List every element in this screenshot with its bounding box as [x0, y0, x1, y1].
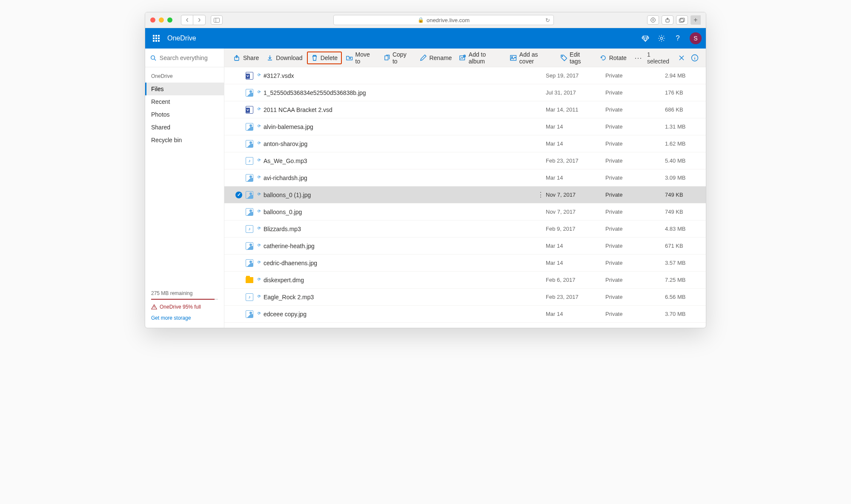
file-type-icon: [244, 157, 255, 165]
file-row[interactable]: ⟳alvin-balemesa.jpg⋮Mar 14Private1.31 MB: [224, 118, 706, 135]
file-row[interactable]: ⟳Eagle_Rock 2.mp3⋮Feb 23, 2017Private6.5…: [224, 289, 706, 306]
file-row[interactable]: ⟳balloons_0 (1).jpg⋮Nov 7, 2017Private74…: [224, 186, 706, 203]
address-bar[interactable]: 🔒 onedrive.live.com ↻: [333, 15, 554, 25]
clear-selection-button[interactable]: [677, 53, 687, 63]
sidebar-item-photos[interactable]: Photos: [145, 108, 224, 121]
sidebar-item-recent[interactable]: Recent: [145, 95, 224, 108]
file-size: 686 KB: [665, 106, 699, 113]
minimize-window-button[interactable]: [159, 17, 164, 23]
file-name: 1_52550d536834e52550d536838b.jpg: [263, 89, 546, 96]
downloads-button[interactable]: [647, 15, 659, 25]
sync-icon: ⟳: [258, 209, 263, 214]
file-sharing: Private: [605, 192, 665, 198]
file-date: Mar 14: [546, 243, 605, 249]
file-sharing: Private: [605, 226, 665, 232]
sidebar-item-files[interactable]: Files: [145, 83, 224, 95]
file-date: Feb 23, 2017: [546, 294, 605, 300]
file-date: Mar 14: [546, 175, 605, 181]
file-row[interactable]: ⟳catherine-heath.jpg⋮Mar 14Private671 KB: [224, 238, 706, 255]
file-sharing: Private: [605, 72, 665, 79]
search-box[interactable]: [145, 49, 224, 67]
delete-button[interactable]: Delete: [307, 52, 342, 64]
sync-icon: ⟳: [258, 295, 263, 299]
close-window-button[interactable]: [150, 17, 155, 23]
file-row[interactable]: ⟳diskexpert.dmg⋮Feb 6, 2017Private7.25 M…: [224, 272, 706, 289]
file-row[interactable]: ⟳avi-richardsh.jpg⋮Mar 14Private3.09 MB: [224, 169, 706, 186]
file-sharing: Private: [605, 123, 665, 130]
download-button[interactable]: Download: [263, 52, 306, 64]
file-row[interactable]: ⟳1_52550d536834e52550d536838b.jpg⋮Jul 31…: [224, 84, 706, 101]
file-type-icon: [244, 293, 255, 301]
left-nav: OneDrive FilesRecentPhotosSharedRecycle …: [145, 49, 224, 328]
zoom-window-button[interactable]: [167, 17, 172, 23]
file-row[interactable]: ⟳2011 NCAA Bracket 2.vsd⋮Mar 14, 2011Pri…: [224, 101, 706, 118]
file-type-icon: [244, 89, 255, 97]
file-size: 4.83 MB: [665, 226, 699, 232]
file-date: Mar 14: [546, 260, 605, 266]
file-size: 5.40 MB: [665, 158, 699, 164]
file-date: Nov 7, 2017: [546, 192, 605, 198]
storage-meter: [151, 299, 218, 300]
settings-button[interactable]: [657, 34, 666, 43]
file-date: Mar 14: [546, 311, 605, 317]
tabs-button[interactable]: [676, 15, 688, 25]
svg-line-8: [155, 59, 156, 60]
diamond-icon: [642, 34, 649, 42]
account-avatar[interactable]: S: [690, 32, 702, 44]
file-row[interactable]: ⟳balloons_0.jpg⋮Nov 7, 2017Private749 KB: [224, 203, 706, 220]
addascover-button[interactable]: Add as cover: [507, 52, 556, 64]
file-name: cedric-dhaenens.jpg: [263, 260, 546, 266]
download-icon: [266, 54, 273, 61]
edittags-button[interactable]: Edit tags: [557, 52, 596, 64]
file-row[interactable]: ⟳edceee copy.jpg⋮Mar 14Private3.70 MB: [224, 306, 706, 323]
file-size: 671 KB: [665, 243, 699, 249]
file-date: Nov 7, 2017: [546, 209, 605, 215]
browser-titlebar: 🔒 onedrive.live.com ↻ +: [145, 12, 706, 28]
rotate-button[interactable]: Rotate: [596, 52, 630, 64]
sync-icon: ⟳: [258, 278, 263, 282]
svg-rect-5: [680, 18, 685, 21]
addtoalbum-button[interactable]: Add to album: [456, 52, 506, 64]
file-type-icon: [244, 174, 255, 182]
sync-icon: ⟳: [258, 158, 263, 163]
svg-rect-0: [214, 18, 220, 22]
suite-bar: OneDrive ? S: [145, 28, 706, 49]
get-more-storage-link[interactable]: Get more storage: [151, 315, 218, 321]
rename-button[interactable]: Rename: [416, 52, 455, 64]
help-button[interactable]: ?: [673, 34, 682, 43]
url-host: onedrive.live.com: [427, 17, 470, 23]
file-size: 3.70 MB: [665, 311, 699, 317]
share-button[interactable]: Share: [230, 52, 262, 64]
file-name: anton-sharov.jpg: [263, 140, 546, 147]
new-tab-button[interactable]: +: [691, 15, 701, 25]
reload-button[interactable]: ↻: [545, 17, 550, 23]
back-button[interactable]: [181, 15, 193, 25]
moveto-button[interactable]: Move to: [343, 52, 379, 64]
file-row[interactable]: ⟳As_We_Go.mp3⋮Feb 23, 2017Private5.40 MB: [224, 152, 706, 169]
sidebar-item-shared[interactable]: Shared: [145, 121, 224, 134]
file-row[interactable]: ⟳Blizzards.mp3⋮Feb 9, 2017Private4.83 MB: [224, 220, 706, 238]
share-system-button[interactable]: [662, 15, 673, 25]
file-name: avi-richardsh.jpg: [263, 175, 546, 181]
file-date: Mar 14: [546, 123, 605, 130]
file-size: 3.09 MB: [665, 175, 699, 181]
copyto-button[interactable]: Copy to: [380, 52, 416, 64]
file-name: #3127.vsdx: [263, 72, 546, 79]
file-row[interactable]: ⟳anton-sharov.jpg⋮Mar 14Private1.62 MB: [224, 135, 706, 152]
file-row[interactable]: ⟳#3127.vsdx⋮Sep 19, 2017Private2.94 MB: [224, 67, 706, 84]
sidebar-item-recycle-bin[interactable]: Recycle bin: [145, 134, 224, 146]
file-size: 3.57 MB: [665, 260, 699, 266]
premium-button[interactable]: [641, 34, 650, 43]
more-commands-button[interactable]: ⋯: [631, 52, 645, 64]
sync-icon: ⟳: [258, 107, 263, 112]
app-launcher-button[interactable]: [149, 32, 163, 45]
search-input[interactable]: [160, 54, 219, 61]
file-date: Mar 14, 2011: [546, 106, 605, 113]
forward-button[interactable]: [193, 15, 205, 25]
sidebar-toggle-button[interactable]: [211, 15, 223, 25]
row-more-button[interactable]: ⋮: [536, 191, 546, 199]
row-checkbox[interactable]: [234, 192, 244, 198]
file-type-icon: [244, 259, 255, 267]
info-pane-button[interactable]: [690, 53, 700, 63]
file-row[interactable]: ⟳cedric-dhaenens.jpg⋮Mar 14Private3.57 M…: [224, 255, 706, 272]
